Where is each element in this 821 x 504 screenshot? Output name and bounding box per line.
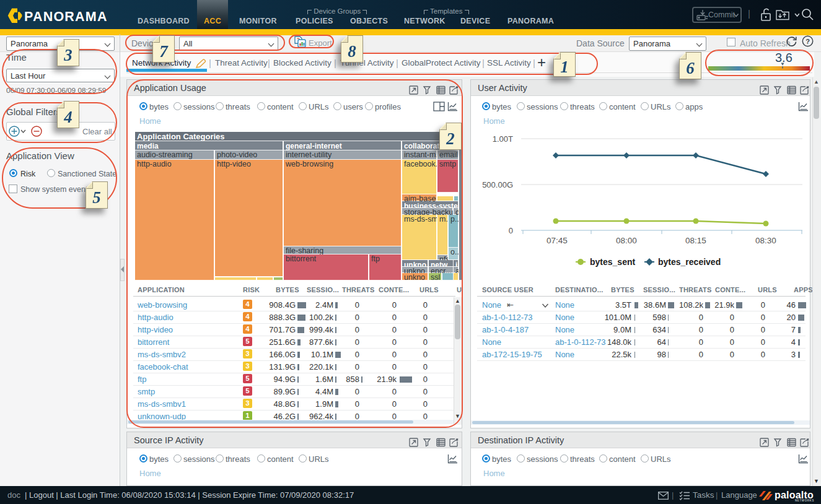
svg-text:bytes_sent: bytes_sent: [590, 257, 635, 267]
svg-text:bytes_received: bytes_received: [658, 257, 721, 267]
svg-text:?: ?: [806, 38, 810, 45]
svg-text:08:15: 08:15: [685, 236, 706, 245]
svg-text:0: 0: [509, 226, 513, 235]
svg-text:1.00T: 1.00T: [493, 134, 513, 144]
svg-text:08:00: 08:00: [616, 236, 637, 245]
svg-text:08:30: 08:30: [755, 236, 776, 245]
svg-text:07:45: 07:45: [547, 236, 568, 245]
svg-text:500.00G: 500.00G: [482, 180, 513, 189]
